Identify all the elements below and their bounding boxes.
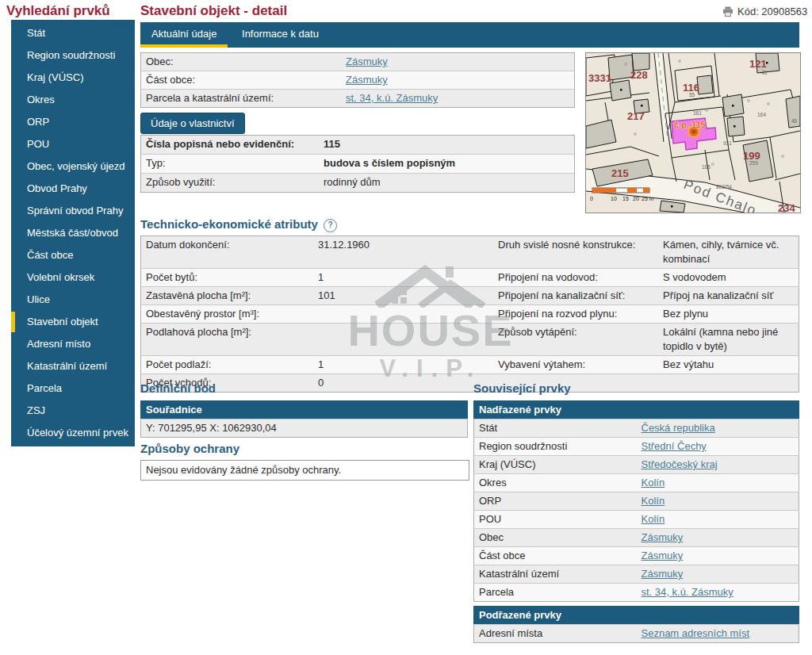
row-label: Počet podlaží: <box>141 356 314 374</box>
cadastral-map[interactable]: 3331 228 217 116 121 199 215 234 164 45 … <box>585 52 801 213</box>
row-value: Kolín <box>637 492 799 511</box>
row-label: Obestavěný prostor [m³]: <box>141 305 314 324</box>
row-label: Obec <box>474 529 637 547</box>
row-value: Bez plynu <box>658 305 799 324</box>
map-parcel-number: 45 <box>761 70 768 75</box>
sidebar-item-ulice[interactable]: Ulice <box>11 289 135 311</box>
row-value: 115 <box>319 136 575 155</box>
child-elements-table: Podřazené prvky Adresní místa Seznam adr… <box>473 606 799 643</box>
okres-link[interactable]: Kolín <box>642 477 665 488</box>
table-row: Parcela st. 34, k.ú. Zásmuky <box>474 584 799 602</box>
row-label: ORP <box>474 492 637 511</box>
row-label: Stát <box>474 419 637 438</box>
katastralni-uzemi-link[interactable]: Zásmuky <box>642 568 684 580</box>
sidebar-item-obvod-prahy[interactable]: Obvod Prahy <box>11 178 135 200</box>
sidebar-item-kraj[interactable]: Kraj (VÚSC) <box>11 67 135 89</box>
attributes-table: Datum dokončení: 31.12.1960 Druh svislé … <box>140 236 799 393</box>
row-value <box>658 374 799 393</box>
row-label: Parcela a katastrální území: <box>141 90 342 108</box>
sidebar-item-okres[interactable]: Okres <box>11 89 135 111</box>
protection-empty-note: Nejsou evidovány žádné způsoby ochrany. <box>140 460 469 481</box>
sidebar-item-parcela[interactable]: Parcela <box>11 377 135 400</box>
scale-tick: 20 <box>633 196 639 201</box>
map-parcel-number: 121 <box>749 58 767 70</box>
obec-link[interactable]: Zásmuky <box>642 531 684 543</box>
attributes-heading: Technicko-ekonomické atributy? <box>140 217 337 232</box>
map-parcel-number: 217 <box>627 110 645 122</box>
attributes-heading-text: Technicko-ekonomické atributy <box>140 217 318 231</box>
sidebar-item-obec[interactable]: Obec, vojenský újezd <box>11 155 135 178</box>
parcela-link[interactable]: st. 34, k.ú. Zásmuky <box>346 92 438 104</box>
ownership-data-button[interactable]: Údaje o vlastnictví <box>140 113 245 134</box>
map-parcel-number: 164 <box>757 112 766 117</box>
sidebar-item-adresni-misto[interactable]: Adresní místo <box>11 333 135 355</box>
row-value: Zásmuky <box>341 71 575 90</box>
row-value: Přípoj na kanalizační síť <box>658 287 799 305</box>
sidebar-nav: Stát Region soudržnosti Kraj (VÚSC) Okre… <box>11 20 135 446</box>
pou-link[interactable]: Kolín <box>642 513 665 525</box>
table-row: Část obce Zásmuky <box>474 547 799 565</box>
row-value: Česká republika <box>637 419 799 438</box>
sidebar-item-katastralni-uzemi[interactable]: Katastrální území <box>11 355 135 377</box>
sidebar-title: Vyhledání prvků <box>6 3 110 19</box>
table-row: Obec Zásmuky <box>474 529 799 547</box>
orp-link[interactable]: Kolín <box>642 495 665 507</box>
sidebar-item-pou[interactable]: POU <box>11 133 135 155</box>
table-row: POU Kolín <box>474 511 799 529</box>
row-label: Připojení na kanalizační síť: <box>493 287 658 305</box>
sidebar-item-stavebni-objekt[interactable]: Stavební objekt <box>11 311 135 333</box>
table-row: Počet bytů: 1 Připojení na vodovod: S vo… <box>141 269 799 287</box>
row-label: Podlahová plocha [m²]: <box>141 324 314 356</box>
row-label: Obec: <box>141 53 342 71</box>
row-value: 0 <box>313 374 493 393</box>
table-row: Počet vchodů: 0 <box>141 374 799 393</box>
table-row: Počet podlaží: 1 Vybavení výtahem: Bez v… <box>141 356 799 374</box>
page-title: Stavební objekt - detail <box>140 3 287 19</box>
scale-tick: 15 <box>622 196 629 201</box>
row-value: rodinný dům <box>319 174 575 193</box>
map-parcel-number: 259 <box>749 160 758 166</box>
row-value: Zásmuky <box>341 53 575 71</box>
map-parcel-number: 215 <box>611 167 629 179</box>
row-label: Okres <box>474 474 637 492</box>
sidebar-item-zsj[interactable]: ZSJ <box>11 400 135 422</box>
address-list-link[interactable]: Seznam adresních míst <box>642 627 750 639</box>
row-value: Kolín <box>637 511 799 529</box>
sidebar-item-orp[interactable]: ORP <box>11 111 135 133</box>
sidebar-item-spravni-obvod-prahy[interactable]: Správní obvod Prahy <box>11 200 135 222</box>
tab-aktualni-udaje[interactable]: Aktuální údaje <box>140 22 228 48</box>
sidebar-item-mestska-cast[interactable]: Městská část/obvod <box>11 222 135 244</box>
definition-point-heading: Definiční bod <box>140 381 216 395</box>
row-label: Typ: <box>141 155 320 174</box>
table-row: ORP Kolín <box>474 492 799 511</box>
row-value: Kámen, cihly, tvárnice vč. kombinací <box>658 236 799 269</box>
table-row: Část obce: Zásmuky <box>141 71 575 90</box>
sidebar-item-volebni-okrsek[interactable]: Volební okrsek <box>11 266 135 289</box>
map-parcel-number: 3331 <box>588 72 611 84</box>
cast-obce-link[interactable]: Zásmuky <box>346 74 388 86</box>
cast-obce-link[interactable]: Zásmuky <box>642 550 684 561</box>
printer-icon[interactable] <box>722 6 733 19</box>
row-label: Čísla popisná nebo evidenční: <box>141 136 320 155</box>
map-parcel-number: 55 <box>689 92 695 98</box>
sidebar-item-ucelovy-uzemni-prvek[interactable]: Účelový územní prvek <box>11 422 135 444</box>
stat-link[interactable]: Česká republika <box>642 422 715 434</box>
obec-link[interactable]: Zásmuky <box>346 56 388 67</box>
tab-bar: Aktuální údaje Informace k datu <box>140 22 799 48</box>
info-icon[interactable]: ? <box>324 219 337 232</box>
region-link[interactable]: Střední Čechy <box>642 440 707 452</box>
table-row: Datum dokončení: 31.12.1960 Druh svislé … <box>141 236 799 269</box>
kraj-link[interactable]: Středočeský kraj <box>642 458 718 470</box>
row-label: Část obce: <box>141 71 342 90</box>
parcela-link[interactable]: st. 34, k.ú. Zásmuky <box>642 586 733 598</box>
parent-elements-header: Nadřazené prvky <box>474 401 799 419</box>
map-parcel-number: 161 <box>693 110 702 116</box>
row-value: st. 34, k.ú. Zásmuky <box>341 90 575 108</box>
sidebar-item-stat[interactable]: Stát <box>11 22 135 44</box>
table-row: Typ: budova s číslem popisným <box>141 155 575 174</box>
sidebar-item-region-soudrznosti[interactable]: Region soudržnosti <box>11 44 135 67</box>
row-label: Vybavení výtahem: <box>493 356 658 374</box>
sidebar-item-cast-obce[interactable]: Část obce <box>11 244 135 266</box>
row-label: Počet bytů: <box>141 269 314 287</box>
tab-informace-k-datu[interactable]: Informace k datu <box>231 22 330 48</box>
